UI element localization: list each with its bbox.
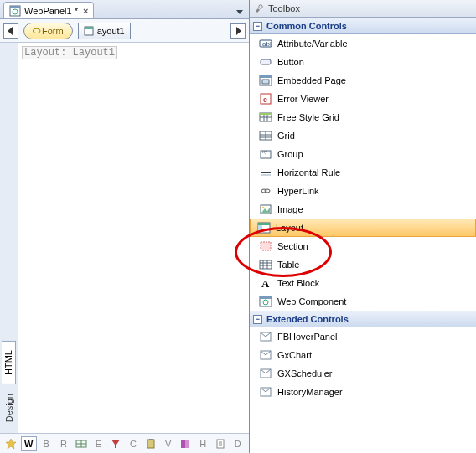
parts-bar-C[interactable]: C — [126, 436, 142, 451]
svg-rect-22 — [261, 59, 271, 64]
svg-rect-50 — [260, 260, 272, 269]
parts-bar-E[interactable]: E — [91, 436, 106, 451]
svg-rect-14 — [149, 439, 153, 440]
layout-dropdown[interactable]: ayout1 — [78, 23, 131, 39]
toolbox-item-error-viewer[interactable]: eError Viewer — [250, 90, 476, 108]
toolbox-item-web-component[interactable]: Web Component — [250, 292, 476, 311]
toolbox-item-attribute-variable[interactable]: ablAttribute/Variable — [250, 34, 476, 53]
form-button[interactable]: ⬭ Form — [23, 23, 73, 39]
toolbox-item-button[interactable]: Button — [250, 53, 476, 71]
grid-icon — [259, 129, 272, 142]
toolbox-item-grid[interactable]: Grid — [250, 126, 476, 145]
svg-marker-4 — [8, 27, 13, 35]
webcomp-icon — [259, 295, 272, 308]
toolbox-item-text-block[interactable]: AText Block — [250, 274, 476, 292]
webpanel-icon — [9, 5, 21, 17]
svg-point-45 — [262, 207, 265, 209]
parts-bar-funnel[interactable] — [108, 436, 124, 451]
toolbox-pane: Toolbox −Common ControlsablAttribute/Var… — [250, 0, 476, 453]
toolbox-item-section[interactable]: Section — [250, 237, 476, 255]
svg-text:e: e — [263, 95, 267, 104]
toolbox-item-gxchart[interactable]: GxChart — [250, 346, 476, 364]
error-icon: e — [259, 92, 272, 106]
parts-bar-book[interactable] — [178, 436, 194, 451]
toolbox-item-image[interactable]: Image — [250, 200, 476, 219]
design-canvas[interactable]: Layout: Layout1 — [18, 43, 249, 433]
toolbox-item-embedded-page[interactable]: Embedded Page — [250, 71, 476, 90]
toolbox-title: Toolbox — [250, 0, 476, 18]
designer-side-tabs: Design HTML — [0, 43, 18, 433]
layout-dropdown-label: ayout1 — [97, 26, 125, 36]
parts-bar: WBRECVHD — [0, 433, 249, 453]
link-icon — [259, 184, 272, 198]
svg-rect-49 — [261, 242, 271, 250]
document-tab-webpanel1[interactable]: WebPanel1 * × — [3, 2, 94, 18]
toolbox-item-label: Text Block — [277, 278, 319, 288]
toolbox-item-hyperlink[interactable]: HyperLink — [250, 182, 476, 200]
parts-bar-W[interactable]: W — [21, 436, 37, 451]
toolbox-item-label: GXScheduler — [277, 368, 332, 378]
parts-bar-V[interactable]: V — [160, 436, 176, 451]
svg-rect-25 — [262, 80, 269, 84]
side-tab-html[interactable]: HTML — [2, 341, 16, 384]
toolbox-group-header[interactable]: −Common Controls — [250, 18, 476, 34]
parts-bar-B[interactable]: B — [39, 436, 54, 451]
editor-pane: WebPanel1 * × ⬭ Form ayout1 — [0, 0, 250, 453]
layout-icon — [84, 26, 94, 36]
toolbox-group-label: Extended Controls — [266, 314, 349, 324]
textblock-icon: A — [259, 276, 272, 290]
document-tabstrip: WebPanel1 * × — [0, 0, 249, 19]
svg-marker-7 — [236, 27, 241, 35]
svg-rect-1 — [10, 6, 20, 8]
toolbox-item-label: Image — [277, 204, 303, 214]
toolbox-item-group[interactable]: xyGroup — [250, 145, 476, 163]
attrib-icon: abl — [259, 37, 272, 50]
toolbox-title-label: Toolbox — [268, 3, 300, 13]
parts-bar-star[interactable] — [3, 436, 19, 451]
ext-icon — [259, 385, 272, 399]
nav-next-button[interactable] — [230, 23, 246, 39]
parts-bar-D[interactable]: D — [230, 436, 246, 451]
layout-icon — [257, 221, 271, 234]
toolbox-item-table[interactable]: Table — [250, 255, 476, 274]
svg-marker-8 — [6, 439, 16, 449]
svg-text:abl: abl — [262, 40, 272, 48]
close-icon[interactable]: × — [83, 6, 88, 16]
toolbox-item-label: Attribute/Variable — [277, 39, 348, 49]
section-icon — [259, 239, 272, 253]
hrule-icon — [259, 166, 272, 179]
toolbox-item-layout[interactable]: Layout — [250, 219, 476, 237]
toolbox-item-label: Button — [277, 57, 304, 67]
toolbox-item-free-style-grid[interactable]: Free Style Grid — [250, 108, 476, 126]
svg-rect-6 — [85, 27, 93, 29]
side-tab-design[interactable]: Design — [2, 384, 17, 431]
toolbox-item-label: Free Style Grid — [277, 112, 339, 122]
svg-text:A: A — [261, 277, 270, 290]
toolbox-body: −Common ControlsablAttribute/VariableBut… — [250, 18, 476, 401]
toolbox-item-horizontal-rule[interactable]: Horizontal Rule — [250, 163, 476, 182]
ext-icon — [259, 348, 272, 362]
layout-toolbar: ⬭ Form ayout1 — [0, 19, 249, 43]
toolbox-item-historymanager[interactable]: HistoryManager — [250, 383, 476, 401]
parts-bar-filter[interactable] — [73, 436, 89, 451]
group-icon: xy — [259, 147, 272, 161]
toolbox-item-label: Group — [277, 149, 303, 159]
nav-prev-button[interactable] — [3, 23, 18, 39]
toolbox-item-label: Web Component — [277, 296, 346, 306]
parts-bar-R[interactable]: R — [55, 436, 71, 451]
toolbox-item-label: Embedded Page — [277, 75, 346, 85]
toolbox-item-gxscheduler[interactable]: GXScheduler — [250, 364, 476, 383]
canvas-wrap: Design HTML Layout: Layout1 — [0, 43, 249, 433]
ext-icon — [259, 367, 272, 380]
parts-bar-doc[interactable] — [213, 436, 229, 451]
svg-rect-32 — [260, 113, 272, 115]
toolbox-group-header[interactable]: −Extended Controls — [250, 311, 476, 327]
svg-marker-12 — [111, 440, 120, 448]
toolbox-item-fbhoverpanel[interactable]: FBHoverPanel — [250, 327, 476, 346]
document-tab-label: WebPanel1 * — [24, 6, 78, 16]
layout-placeholder: Layout: Layout1 — [22, 46, 117, 59]
parts-bar-paste[interactable] — [142, 436, 158, 451]
tab-overflow-dropdown[interactable] — [234, 7, 246, 18]
parts-bar-H[interactable]: H — [195, 436, 211, 451]
image-icon — [259, 203, 272, 216]
